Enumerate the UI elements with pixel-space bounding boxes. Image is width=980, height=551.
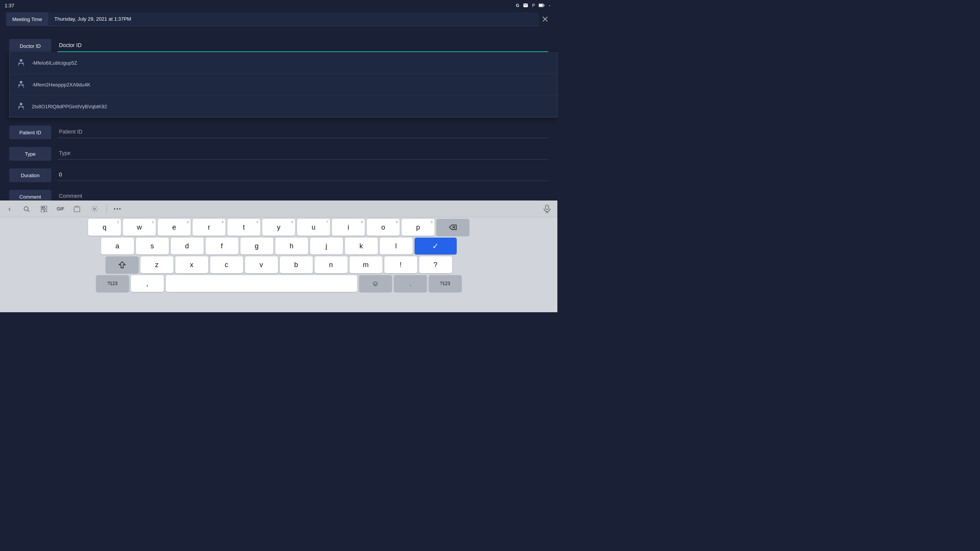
svg-rect-19 [41,209,44,212]
key-g[interactable]: g [240,238,273,254]
close-button[interactable] [539,15,551,24]
key-comma[interactable]: , [131,275,164,292]
key-t[interactable]: 5t [227,219,260,236]
key-u[interactable]: 7u [297,219,330,236]
dropdown-item-2-text: -Mfem2Hwsppp2XA9du4K [32,82,90,88]
svg-line-15 [28,210,29,212]
svg-point-14 [24,207,28,211]
duration-label[interactable]: Duration [9,168,51,182]
keyboard-toolbar: ‹ GIF [0,201,557,217]
key-p[interactable]: 0p [402,219,434,236]
key-e[interactable]: 3e [158,219,191,236]
key-z[interactable]: z [140,256,173,273]
key-row-2: a s d f g h j k l ✓ [2,238,556,254]
dropdown-item-3-text: 2ts8O1RlQ8dPPGintIVyBVqbtK92 [32,104,107,109]
svg-rect-21 [76,206,78,207]
key-i[interactable]: 8i [332,219,365,236]
key-y[interactable]: 6y [262,219,295,236]
gmail-icon [523,2,529,8]
key-row-3: z x c v b n m ! ? [2,256,556,273]
key-c[interactable]: c [210,256,243,273]
keyboard-gif-button[interactable]: GIF [54,205,67,213]
key-emoji[interactable]: ☺ [359,275,392,292]
dropdown-item-2[interactable]: -Mfem2Hwsppp2XA9du4K [10,74,557,96]
doctor-icon-1 [16,57,26,68]
duration-row: Duration [0,165,557,186]
key-row-1: 1q 2w 3e 4r 5t 6y 7u 8i 9o 0p [2,219,556,236]
key-j[interactable]: j [310,238,343,254]
dropdown-item-3[interactable]: 2ts8O1RlQ8dPPGintIVyBVqbtK92 [10,96,557,117]
main-content: Doctor ID -MfeIo6ILutiIcigup5Z [0,28,557,201]
keyboard-back-button[interactable]: ‹ [3,202,16,215]
key-d[interactable]: d [171,238,204,254]
patient-id-input[interactable] [57,126,548,138]
meeting-time-value: Thursday, July 29, 2021 at 1:37PM [48,12,539,26]
keyboard-settings-button[interactable] [87,202,102,215]
keyboard-mic-button[interactable] [540,202,554,215]
status-bar: 1:37 G P • [0,0,557,11]
key-b[interactable]: b [280,256,313,273]
key-a[interactable]: a [101,238,134,254]
duration-field-area [57,168,548,181]
key-o[interactable]: 9o [367,219,400,236]
svg-point-7 [22,62,24,64]
key-r[interactable]: 4r [193,219,225,236]
key-s[interactable]: s [136,238,169,254]
doctor-id-input[interactable] [57,39,548,52]
svg-rect-23 [546,205,549,210]
key-k[interactable]: k [345,238,378,254]
patient-id-label[interactable]: Patient ID [9,126,51,139]
key-shift[interactable] [106,256,139,273]
doctor-id-label[interactable]: Doctor ID [9,39,51,53]
key-m[interactable]: m [350,256,382,273]
key-enter[interactable]: ✓ [415,238,457,254]
key-w[interactable]: 2w [123,219,156,236]
key-h[interactable]: h [275,238,308,254]
key-x[interactable]: x [175,256,208,273]
key-l[interactable]: l [380,238,413,254]
keyboard-search-button[interactable] [19,202,34,215]
svg-rect-18 [45,209,47,212]
svg-rect-2 [544,5,544,6]
doctor-id-dropdown: -MfeIo6ILutiIcigup5Z -Mfem2Hwsppp2XA9du4… [9,52,557,117]
meeting-time-tab[interactable]: Meeting Time [6,12,48,26]
key-n[interactable]: n [315,256,348,273]
type-row: Type [0,143,557,165]
key-question[interactable]: ? [419,256,452,273]
dot-icon: • [547,2,553,8]
key-period[interactable]: . [394,275,427,292]
key-q[interactable]: 1q [88,219,121,236]
keyboard-keys: 1q 2w 3e 4r 5t 6y 7u 8i 9o 0p a s d f [0,217,557,292]
key-space[interactable] [166,275,357,292]
key-exclaim[interactable]: ! [384,256,417,273]
status-time: 1:37 [5,3,14,8]
svg-point-20 [42,207,43,208]
keyboard-area: ‹ GIF [0,201,557,312]
svg-point-12 [18,106,20,108]
key-symbols-1[interactable]: ?123 [96,275,129,292]
svg-rect-1 [539,4,543,7]
svg-point-10 [22,84,24,86]
duration-input[interactable] [57,168,548,181]
keyboard-clipboard-button[interactable] [70,202,84,215]
type-input[interactable] [57,147,548,160]
keyboard-emoji-sticker-button[interactable] [37,202,51,215]
status-icons: G P • [514,2,553,8]
doctor-id-field-area: -MfeIo6ILutiIcigup5Z -Mfem2Hwsppp2XA9du4… [57,39,548,52]
svg-point-5 [20,59,23,62]
key-backspace[interactable] [436,219,469,236]
key-symbols-2[interactable]: ?123 [429,275,462,292]
keyboard-more-button[interactable]: ••• [111,204,124,214]
type-field-area [57,147,548,160]
toolbar-separator [106,204,107,214]
key-f[interactable]: f [206,238,238,254]
patient-id-field-area [57,126,548,138]
doctor-icon-3 [16,101,26,112]
svg-point-11 [20,103,23,106]
dropdown-item-1-text: -MfeIo6ILutiIcigup5Z [32,60,77,66]
dropdown-item-1[interactable]: -MfeIo6ILutiIcigup5Z [10,52,557,74]
svg-point-8 [20,81,23,84]
patient-id-row: Patient ID [0,122,557,143]
type-label[interactable]: Type [9,147,51,161]
key-v[interactable]: v [245,256,278,273]
